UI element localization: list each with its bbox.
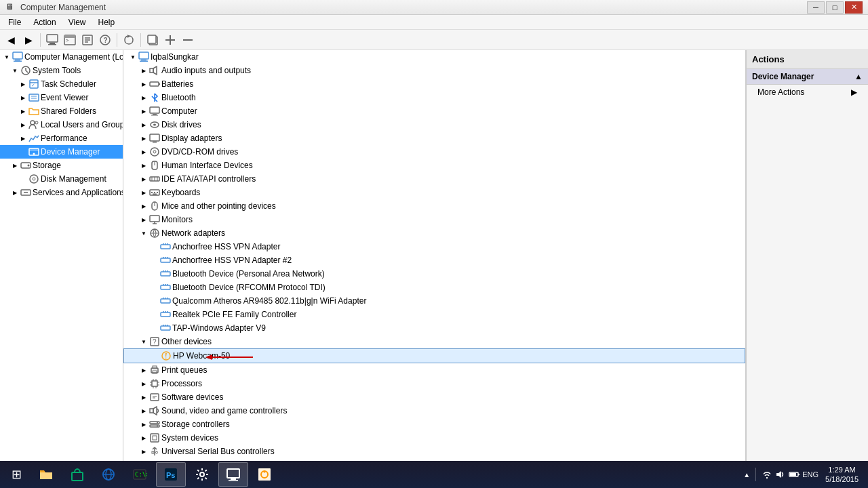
window-title: Computer Management (20, 3, 106, 12)
taskbar-file-explorer[interactable] (31, 462, 61, 487)
svg-point-35 (30, 175, 38, 183)
svg-point-34 (28, 165, 30, 167)
device-item-vpn2[interactable]: Anchorfree HSS VPN Adapter #2 (123, 253, 745, 267)
expand-arrow: ▶ (140, 216, 148, 224)
toolbar-add-snap[interactable] (162, 32, 178, 48)
device-item-qualcomm[interactable]: Qualcomm Atheros AR9485 802.11b|g|n WiFi… (123, 294, 745, 308)
taskbar-photoshop[interactable]: Ps (156, 462, 186, 487)
device-item-batteries[interactable]: ▶ Batteries (123, 77, 745, 91)
device-manager-section[interactable]: Device Manager ▲ (747, 69, 868, 85)
taskbar-settings[interactable] (187, 462, 217, 487)
toolbar-back[interactable]: ◀ (3, 32, 19, 48)
sidebar-item-task-scheduler[interactable]: ▶ ✓ Task Scheduler (0, 77, 123, 91)
menu-view[interactable]: View (63, 16, 92, 28)
device-item-other[interactable]: ▼ ? Other devices (123, 335, 745, 348)
device-item-system-dev[interactable]: ▶ System devices (123, 431, 745, 445)
svg-rect-147 (229, 480, 238, 481)
device-item-software[interactable]: ▶ Software devices (123, 390, 745, 404)
device-item-keyboards[interactable]: ▶ Keyboards (123, 186, 745, 199)
svg-point-32 (33, 153, 35, 155)
toolbar-forward[interactable]: ▶ (20, 32, 37, 48)
mice-label: Mice and other pointing devices (161, 201, 276, 211)
device-item-monitors[interactable]: ▶ Monitors (123, 213, 745, 226)
toolbar-properties[interactable] (79, 32, 96, 48)
show-hidden-button[interactable]: ▲ (743, 471, 750, 479)
sidebar-item-shared-folders[interactable]: ▶ Shared Folders (0, 104, 123, 118)
svg-rect-65 (153, 194, 157, 195)
expand-arrow (19, 148, 27, 156)
taskbar-browser[interactable] (94, 462, 123, 487)
minimize-button[interactable]: ─ (807, 1, 825, 14)
device-item-bt-pan[interactable]: Bluetooth Device (Personal Area Network) (123, 267, 745, 281)
device-item-vpn1[interactable]: Anchorfree HSS VPN Adapter (123, 240, 745, 253)
svg-point-135 (156, 451, 158, 453)
device-item-bt-rfcomm[interactable]: Bluetooth Device (RFCOMM Protocol TDI) (123, 281, 745, 294)
svg-rect-47 (153, 114, 157, 115)
sidebar-item-performance[interactable]: ▶ Performance (0, 131, 123, 145)
menu-action[interactable]: Action (28, 16, 61, 28)
device-item-mice[interactable]: ▶ Mice and other pointing devices (123, 199, 745, 213)
no-arrow (151, 243, 159, 251)
device-root-node[interactable]: ▼ IqbalSungkar (123, 50, 745, 64)
svg-rect-14 (148, 35, 156, 43)
toolbar-refresh[interactable] (121, 32, 137, 48)
sidebar-item-system-tools[interactable]: ▼ System Tools (0, 64, 123, 77)
sidebar-item-storage[interactable]: ▶ Storage (0, 159, 123, 172)
sidebar-label-disk: Disk Management (41, 174, 106, 184)
sidebar-item-device-manager[interactable]: Device Manager (0, 145, 123, 159)
taskbar-computer-mgmt[interactable] (218, 462, 248, 487)
device-item-ide[interactable]: ▶ IDE ATA/ATAPI controllers (123, 172, 745, 186)
bluetooth-icon (149, 92, 160, 103)
clock-date: 5/18/2015 (825, 474, 859, 484)
more-actions-item[interactable]: More Actions ▶ (747, 85, 868, 100)
svg-rect-46 (150, 107, 159, 113)
expand-arrow: ▶ (11, 188, 19, 197)
toolbar-console[interactable]: > (62, 32, 78, 48)
device-item-computer[interactable]: ▶ Computer (123, 104, 745, 118)
expand-arrow: ▶ (140, 148, 148, 156)
menu-file[interactable]: File (3, 16, 26, 28)
taskbar-cmd[interactable]: C:\> (125, 462, 155, 487)
device-item-hid[interactable]: ▶ Human Interface Devices (123, 159, 745, 172)
close-button[interactable]: ✕ (845, 1, 863, 14)
menu-help[interactable]: Help (93, 16, 121, 28)
maximize-button[interactable]: □ (826, 1, 844, 14)
toolbar-new-window[interactable] (144, 32, 161, 48)
right-panel: Actions Device Manager ▲ More Actions ▶ (746, 50, 868, 473)
sidebar-item-services[interactable]: ▶ Services and Applications (0, 186, 123, 199)
device-item-display[interactable]: ▶ Display adapters (123, 131, 745, 145)
taskbar-store[interactable] (62, 462, 92, 487)
sidebar-item-event-viewer[interactable]: ▶ Event Viewer (0, 91, 123, 104)
device-item-webcam[interactable]: ! HP Webcam-50 (123, 348, 745, 363)
device-item-usb[interactable]: ▶ Universal Serial Bus controllers (123, 445, 745, 458)
toolbar-computer[interactable] (44, 32, 60, 48)
device-item-network[interactable]: ▼ Network adapters (123, 226, 745, 240)
sidebar-item-disk-management[interactable]: Disk Management (0, 172, 123, 186)
battery-tray-icon (789, 469, 800, 480)
device-item-print[interactable]: ▶ Print queues (123, 363, 745, 377)
svg-rect-77 (161, 258, 170, 262)
sidebar-item-local-users[interactable]: ▶ Local Users and Groups (0, 118, 123, 131)
device-item-audio[interactable]: ▶ Audio inputs and outputs (123, 64, 745, 77)
svg-point-28 (31, 121, 35, 125)
device-item-storage-ctrl[interactable]: ▶ Storage controllers (123, 418, 745, 431)
start-button[interactable]: ⊞ (3, 462, 30, 487)
storage-ctrl-label: Storage controllers (161, 420, 230, 429)
device-item-dvd[interactable]: ▶ DVD/CD-ROM drives (123, 145, 745, 159)
device-item-tap[interactable]: TAP-Windows Adapter V9 (123, 321, 745, 335)
app-icon: 🖥 (5, 2, 16, 13)
network-icon (149, 228, 160, 239)
device-item-bluetooth[interactable]: ▶ Bluetooth (123, 91, 745, 104)
device-item-processors[interactable]: ▶ Processors (123, 377, 745, 390)
taskbar-paint[interactable] (250, 462, 279, 487)
processors-label: Processors (161, 379, 202, 388)
svg-rect-73 (161, 245, 170, 249)
toolbar-remove[interactable] (180, 32, 196, 48)
device-item-realtek[interactable]: Realtek PCIe FE Family Controller (123, 308, 745, 321)
svg-rect-146 (231, 479, 236, 480)
toolbar-help[interactable]: ? (97, 32, 113, 48)
sidebar-item-computer-management[interactable]: ▼ Computer Management (Local (0, 50, 123, 64)
network-adapter-icon (160, 241, 171, 252)
device-item-sound[interactable]: ▶ Sound, video and game controllers (123, 404, 745, 418)
device-item-disk[interactable]: ▶ Disk drives (123, 118, 745, 131)
